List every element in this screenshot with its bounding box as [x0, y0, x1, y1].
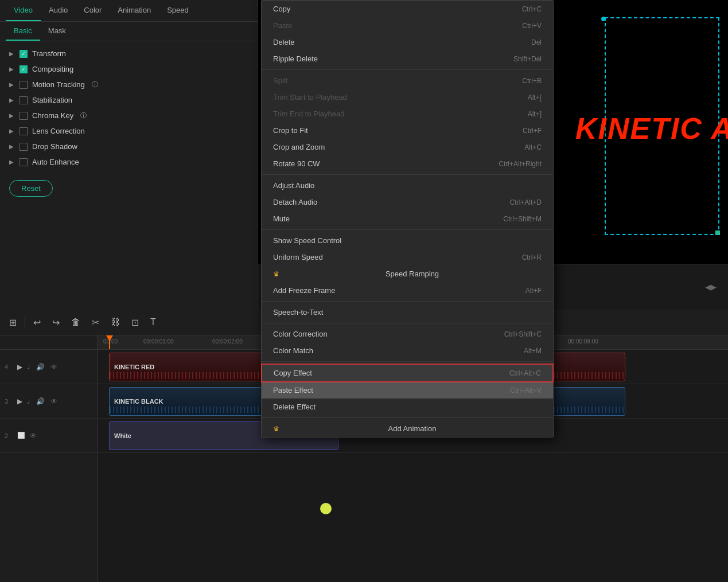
reset-button[interactable]: Reset: [9, 180, 53, 197]
effect-lens-correction[interactable]: ▶ Lens Correction: [0, 123, 258, 139]
menu-delete[interactable]: Delete Del: [262, 34, 553, 50]
menu-rotate-cw[interactable]: Rotate 90 CW Ctrl+Alt+Right: [262, 155, 553, 172]
menu-crop-fit[interactable]: Crop to Fit Ctrl+F: [262, 122, 553, 139]
track-3-header: 3 ▶ ♩ 🔊 👁: [0, 384, 97, 419]
menu-trim-start-label: Trim Start to Playhead: [273, 93, 347, 101]
lens-correction-checkbox[interactable]: [20, 127, 28, 135]
track-3-visibility[interactable]: 👁: [49, 396, 59, 407]
effect-motion-tracking[interactable]: ▶ Motion Tracking ⓘ: [0, 77, 258, 92]
menu-mute[interactable]: Mute Ctrl+Shift+M: [262, 210, 553, 227]
track-4-mute[interactable]: 🔊: [35, 362, 46, 372]
menu-crop-fit-shortcut: Ctrl+F: [523, 127, 542, 135]
track-2-header: 2 ⬜ 👁: [0, 419, 97, 453]
menu-color-match-label: Color Match: [273, 346, 313, 355]
menu-color-match-shortcut: Alt+M: [524, 347, 542, 355]
tab-video[interactable]: Video: [6, 0, 41, 21]
track-4-solo[interactable]: ♩: [26, 362, 32, 372]
effect-stabilization[interactable]: ▶ Stabilization: [0, 92, 258, 108]
stabilization-checkbox[interactable]: [20, 96, 28, 104]
tab-color[interactable]: Color: [76, 0, 110, 21]
playhead[interactable]: [109, 335, 110, 349]
time-mark-2: 00:00:02:00: [212, 338, 243, 345]
effect-chroma-key[interactable]: ▶ Chroma Key ⓘ: [0, 108, 258, 123]
menu-freeze-frame[interactable]: Add Freeze Frame Alt+F: [262, 282, 553, 299]
menu-ripple-delete[interactable]: Ripple Delete Shift+Del: [262, 50, 553, 67]
track-3-mute[interactable]: 🔊: [35, 396, 46, 407]
track-4-header: 4 ▶ ♩ 🔊 👁: [0, 350, 97, 384]
tab-animation[interactable]: Animation: [110, 0, 159, 21]
expand-arrow: ▶: [9, 81, 15, 88]
effect-drop-shadow[interactable]: ▶ Drop Shadow: [0, 139, 258, 154]
left-panel: Video Audio Color Animation Speed Basic …: [0, 0, 258, 310]
text-button[interactable]: T: [147, 315, 159, 330]
menu-copy-effect[interactable]: Copy Effect Ctrl+Alt+C: [262, 364, 553, 382]
menu-divider-1: [262, 69, 553, 70]
motion-tracking-label: Motion Tracking: [32, 80, 85, 89]
menu-show-speed[interactable]: Show Speed Control: [262, 232, 553, 249]
layout-button[interactable]: ⊞: [6, 315, 20, 330]
drop-shadow-checkbox[interactable]: [20, 143, 28, 151]
menu-delete-effect[interactable]: Delete Effect: [262, 399, 553, 415]
menu-copy-shortcut: Ctrl+C: [522, 5, 542, 13]
menu-paste-shortcut: Ctrl+V: [522, 22, 542, 30]
sub-tab-bar: Basic Mask: [0, 22, 258, 41]
playhead-time: ◀▶: [705, 283, 717, 291]
chroma-key-label: Chroma Key: [32, 111, 73, 120]
time-mark-1: 00:00:01:00: [143, 338, 174, 345]
handle-br[interactable]: [715, 231, 720, 235]
effect-compositing[interactable]: ▶ Compositing: [0, 61, 258, 77]
expand-arrow: ▶: [9, 159, 15, 165]
menu-paste: Paste Ctrl+V: [262, 17, 553, 34]
track-2-visibility[interactable]: 👁: [29, 431, 38, 441]
auto-enhance-checkbox[interactable]: [20, 158, 28, 166]
effect-transform[interactable]: ▶ Transform: [0, 46, 258, 61]
menu-paste-effect[interactable]: Paste Effect Ctrl+Alt+V: [262, 382, 553, 399]
motion-tracking-checkbox[interactable]: [20, 81, 28, 89]
tab-audio[interactable]: Audio: [41, 0, 76, 21]
tab-speed[interactable]: Speed: [159, 0, 197, 21]
compositing-checkbox[interactable]: [20, 65, 28, 73]
menu-color-correction[interactable]: Color Correction Ctrl+Shift+C: [262, 326, 553, 342]
delete-button[interactable]: 🗑: [68, 315, 84, 330]
track-3-num: 3: [5, 398, 14, 405]
menu-add-animation[interactable]: ♛ Add Animation: [262, 420, 553, 437]
menu-speech-text[interactable]: Speech-to-Text: [262, 304, 553, 321]
handle-tl[interactable]: [601, 17, 606, 21]
kinetic-preview-text: KINETIC A: [575, 111, 728, 146]
link-button[interactable]: ⛓: [107, 315, 123, 330]
transform-checkbox[interactable]: [20, 50, 28, 58]
redo-button[interactable]: ↪: [49, 315, 63, 330]
menu-adjust-audio[interactable]: Adjust Audio: [262, 177, 553, 194]
menu-split-label: Split: [273, 76, 287, 85]
menu-detach-audio[interactable]: Detach Audio Ctrl+Alt+D: [262, 194, 553, 210]
track-3-solo[interactable]: ♩: [26, 396, 32, 407]
track-4-visibility[interactable]: 👁: [49, 362, 59, 372]
clip-kinetic-black-label: KINETIC BLACK: [114, 398, 163, 405]
transform-label: Transform: [32, 49, 66, 58]
context-menu: Copy Ctrl+C Paste Ctrl+V Delete Del Ripp…: [261, 0, 554, 438]
menu-color-match[interactable]: Color Match Alt+M: [262, 342, 553, 359]
compositing-label: Compositing: [32, 65, 73, 73]
menu-speech-text-label: Speech-to-Text: [273, 308, 323, 317]
menu-copy[interactable]: Copy Ctrl+C: [262, 1, 553, 17]
menu-divider-6: [262, 361, 553, 362]
crop-button[interactable]: ⊡: [128, 315, 142, 330]
effect-auto-enhance[interactable]: ▶ Auto Enhance: [0, 154, 258, 170]
sub-tab-basic[interactable]: Basic: [6, 22, 40, 41]
menu-trim-end-shortcut: Alt+]: [528, 110, 542, 118]
menu-uniform-speed-shortcut: Ctrl+R: [522, 253, 542, 261]
menu-delete-label: Delete: [273, 38, 295, 46]
menu-freeze-frame-shortcut: Alt+F: [525, 287, 542, 295]
time-mark-9: 00:00:09:00: [568, 338, 598, 345]
cut-button[interactable]: ✂: [88, 315, 103, 330]
track-4-icon: ▶: [17, 363, 22, 371]
menu-detach-audio-label: Detach Audio: [273, 198, 317, 206]
menu-crop-zoom[interactable]: Crop and Zoom Alt+C: [262, 139, 553, 155]
menu-trim-start-shortcut: Alt+[: [528, 93, 542, 101]
menu-divider-3: [262, 229, 553, 230]
chroma-key-checkbox[interactable]: [20, 112, 28, 120]
menu-speed-ramp[interactable]: ♛ Speed Ramping: [262, 265, 553, 282]
sub-tab-mask[interactable]: Mask: [40, 22, 74, 41]
undo-button[interactable]: ↩: [30, 315, 44, 330]
menu-uniform-speed[interactable]: Uniform Speed Ctrl+R: [262, 249, 553, 265]
